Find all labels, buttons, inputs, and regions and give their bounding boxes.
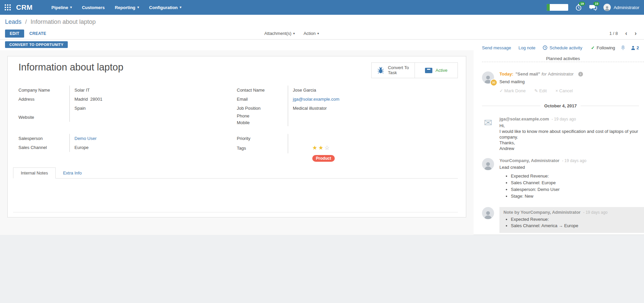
activity-summary: "Send mail" [516, 71, 540, 77]
mobile-value [293, 119, 441, 126]
activity-for: for [541, 71, 546, 77]
message-avatar [482, 207, 494, 219]
priority-label: Priority [237, 134, 288, 143]
contact-name-label: Contact Name [237, 86, 288, 95]
field-group-priority: Priority Tags ★★☆ Product [237, 134, 441, 153]
pager-value[interactable]: 1 / 8 [609, 31, 618, 36]
edit-activity-button[interactable]: ✎ Edit [534, 88, 547, 93]
following-button[interactable]: ✓ Following [591, 45, 615, 50]
menu-reporting[interactable]: Reporting ▾ [115, 5, 139, 10]
tags-label: Tags [237, 143, 288, 153]
messages-systray-icon[interactable]: 23 [589, 3, 597, 11]
internal-notes-content[interactable] [13, 179, 458, 212]
bullet-item: Expected Revenue: [511, 173, 639, 179]
followers-button[interactable]: 2 [631, 45, 639, 50]
message-lead-created: YourCompany, Administrator - 19 days ago… [482, 158, 644, 200]
address-label: Address [18, 95, 69, 104]
website-value [74, 113, 223, 122]
message-avatar [482, 158, 494, 170]
salesperson-value-link[interactable]: Demo User [74, 136, 97, 141]
tag-product: Product [312, 155, 335, 162]
menu-pipeline[interactable]: Pipeline ▾ [51, 5, 72, 10]
tab-internal-notes[interactable]: Internal Notes [13, 167, 56, 179]
send-message-button[interactable]: Send message [482, 45, 511, 50]
tab-extra-info[interactable]: Extra Info [56, 168, 89, 178]
attachments-dropdown[interactable]: Attachment(s) ▾ [264, 31, 295, 36]
priority-stars: ★★☆ [293, 134, 441, 143]
cross-icon: × [555, 88, 558, 93]
app-name[interactable]: CRM [16, 3, 33, 11]
schedule-activity-button[interactable]: Schedule activity [543, 45, 582, 50]
menu-customers[interactable]: Customers [82, 5, 105, 10]
form-view: CONVERT TO OPPORTUNITY Information about… [0, 40, 474, 235]
user-name: Administrator [613, 5, 639, 10]
timer-widget[interactable] [547, 4, 568, 11]
star-icon[interactable]: ★ [312, 145, 318, 151]
message-author: jga@solar.example.com [499, 116, 549, 121]
planned-activity-item: ✉ Today: "Send mail" for Administrator i… [482, 71, 644, 93]
message-line: I would like to know more about specific… [499, 129, 639, 140]
pager: 1 / 8 ‹ › [609, 31, 637, 36]
info-icon[interactable]: i [578, 72, 583, 77]
planned-activities-separator[interactable]: ▾ Planned activities [482, 62, 644, 62]
bullet-item: Stage: New [511, 194, 639, 199]
company-name-value: Solar IT [74, 86, 223, 95]
salesperson-label: Salesperson [18, 134, 69, 143]
apps-grid-icon[interactable] [5, 4, 11, 10]
company-name-label: Company Name [18, 86, 69, 95]
log-note-button[interactable]: Log note [519, 45, 536, 50]
message-bullet-list: Expected Revenue: Sales Channel: Europe … [499, 173, 639, 199]
notebook-tabs: Internal Notes Extra Info [13, 167, 458, 179]
address-country-value: Spain [74, 104, 223, 113]
email-value-link[interactable]: jga@solar.example.com [293, 97, 339, 102]
create-button[interactable]: CREATE [30, 31, 46, 36]
field-group-company: Company Name Address Website Solar IT Ma… [18, 86, 223, 122]
planned-activities-title: Planned activities [543, 56, 583, 61]
top-navbar: CRM Pipeline ▾ Customers Reporting ▾ Con… [0, 0, 644, 15]
bullet-item: Sales Channel: Europe [511, 180, 639, 185]
message-author: Note by YourCompany, Administrator [503, 210, 581, 215]
sheet-divider [13, 212, 458, 212]
bell-icon[interactable] [621, 45, 626, 50]
message-body: Lead created [499, 164, 639, 170]
caret-down-icon: ▾ [70, 6, 72, 9]
menu-configuration[interactable]: Configuration ▾ [149, 5, 181, 10]
active-toggle-button[interactable]: Active [415, 63, 458, 78]
activities-badge: 19 [579, 2, 585, 6]
mark-done-button[interactable]: ✓ Mark Done [499, 88, 526, 93]
field-group-contact: Contact Name Email Job Position Phone Mo… [237, 86, 441, 126]
activity-due: Today: [499, 71, 514, 77]
note-content: Note by YourCompany, Administrator - 19 … [499, 207, 644, 233]
action-dropdown[interactable]: Action ▾ [304, 31, 319, 36]
bullet-item: Expected Revenue: [511, 217, 640, 222]
control-panel: Leads / Information about laptop EDIT CR… [0, 15, 644, 40]
clock-icon [543, 45, 547, 50]
envelope-avatar-icon: ✉ [482, 116, 494, 129]
user-menu[interactable]: Administrator [603, 4, 639, 11]
message-time: - 19 days ago [551, 117, 576, 121]
cancel-activity-button[interactable]: × Cancel [555, 88, 573, 93]
activity-assignee: Administrator [548, 71, 574, 77]
mail-activity-badge-icon: ✉ [490, 79, 497, 86]
activities-systray-icon[interactable]: 19 [575, 3, 583, 11]
star-icon[interactable]: ☆ [324, 145, 330, 151]
pencil-icon: ✎ [534, 88, 538, 93]
pager-next-icon[interactable]: › [635, 31, 637, 36]
sales-channel-label: Sales Channel [18, 143, 69, 152]
convert-to-opportunity-button[interactable]: CONVERT TO OPPORTUNITY [5, 41, 68, 48]
date-separator: October 4, 2017 [482, 103, 644, 108]
star-icon[interactable]: ★ [318, 145, 324, 151]
bullet-item: Sales Channel: America → Europe [511, 223, 640, 228]
message-line: Thanks, [499, 140, 639, 146]
phone-label: Phone [237, 113, 288, 119]
message-time: - 19 days ago [562, 158, 587, 163]
convert-to-task-button[interactable]: Convert To Task [372, 63, 415, 78]
stat-button-box: Convert To Task Active [371, 62, 458, 78]
message-author: YourCompany, Administrator [499, 158, 559, 163]
edit-button[interactable]: EDIT [5, 30, 24, 38]
messages-badge: 23 [593, 2, 599, 6]
message-note: Note by YourCompany, Administrator - 19 … [482, 207, 644, 233]
breadcrumb: Leads / Information about laptop [5, 18, 96, 26]
pager-previous-icon[interactable]: ‹ [625, 31, 627, 36]
breadcrumb-leads[interactable]: Leads [5, 18, 21, 25]
